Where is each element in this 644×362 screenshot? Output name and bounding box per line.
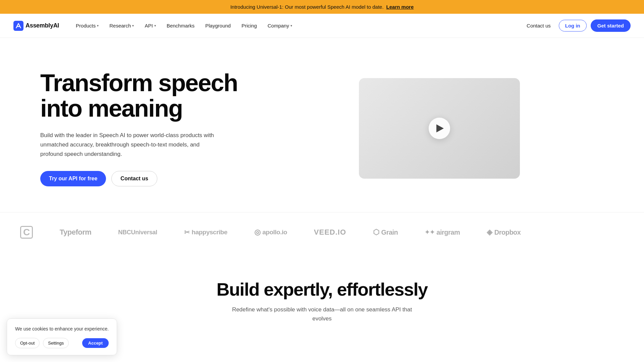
logo-text: AssemblyAI [25,22,59,29]
hero-section: Transform speech into meaning Build with… [0,38,644,212]
logo-happyscribe-text: happyscribe [192,229,227,236]
nav-item-company[interactable]: Company ▾ [263,20,297,31]
logo-item: NBCUniversal [118,229,157,236]
logo-item: ✦✦ airgram [425,229,460,236]
chevron-down-icon: ▾ [97,24,99,27]
nav-benchmarks-label: Benchmarks [167,23,195,28]
nav-item-playground[interactable]: Playground [201,20,235,31]
logo-apollo-text: apollo.io [262,229,287,236]
hero-buttons: Try our API for free Contact us [40,171,241,186]
nav-api-label: API [145,23,153,28]
nav-company-label: Company [268,23,289,28]
nav-item-benchmarks[interactable]: Benchmarks [162,20,199,31]
nav-contact-us-button[interactable]: Contact us [523,20,555,31]
logos-strip: C Typeform NBCUniversal ✂ happyscribe ◎ … [0,212,644,252]
nav-right-actions: Contact us Log in Get started [523,19,631,32]
navigation: AssemblyAI Products ▾ Research ▾ API ▾ B… [0,14,644,38]
logo-airgram-symbol: ✦✦ [425,229,434,236]
hero-right [262,78,617,179]
hero-cta-primary-button[interactable]: Try our API for free [40,171,106,186]
play-icon [436,124,444,132]
hero-video-placeholder [359,78,520,179]
nav-item-products[interactable]: Products ▾ [71,20,103,31]
hero-cta-secondary-button[interactable]: Contact us [111,171,157,186]
logo-grain-text: Grain [381,229,398,236]
nav-get-started-button[interactable]: Get started [591,19,631,32]
logo-airgram-text: airgram [436,229,460,236]
logo-link[interactable]: AssemblyAI [13,21,59,31]
nav-item-api[interactable]: API ▾ [140,20,160,31]
build-section-description: Redefine what's possible with voice data… [228,305,416,323]
logo-item: Typeform [60,228,92,237]
logo-dropbox-symbol: ◈ [487,228,492,237]
chevron-down-icon: ▾ [290,24,292,27]
logo-item: C [20,226,33,239]
nav-research-label: Research [109,23,131,28]
logo-typeform-text: Typeform [60,228,92,237]
chevron-down-icon: ▾ [132,24,134,27]
logo-item: ✂ happyscribe [184,228,227,236]
logo-nbcuniversal-text: NBCUniversal [118,229,157,236]
build-section-title: Build expertly, effortlessly [13,279,631,300]
logo-item: ⬡ Grain [373,228,398,237]
video-play-button[interactable] [429,118,450,139]
banner-text: Introducing Universal-1: Our most powerf… [230,4,384,10]
logo-veed-text: VEED.IO [314,228,346,237]
cookie-opt-out-button[interactable]: Opt-out [15,338,40,343]
logo-c-text: C [20,226,33,239]
logo-grain-symbol: ⬡ [373,228,379,237]
nav-links: Products ▾ Research ▾ API ▾ Benchmarks P… [71,20,523,31]
cookie-settings-button[interactable]: Settings [43,338,69,343]
logo-item: VEED.IO [314,228,346,237]
logos-track: C Typeform NBCUniversal ✂ happyscribe ◎ … [0,226,644,239]
nav-pricing-label: Pricing [241,23,257,28]
assemblyai-logo-icon [13,21,23,31]
nav-login-button[interactable]: Log in [559,20,587,32]
cookie-banner: We use cookies to enhance your experienc… [7,318,117,343]
logo-item: ◈ Dropbox [487,228,521,237]
logo-happyscribe-symbol: ✂ [184,228,190,236]
logo-dropbox-text: Dropbox [494,229,521,236]
nav-playground-label: Playground [205,23,231,28]
hero-left: Transform speech into meaning Build with… [40,70,241,186]
cookie-text: We use cookies to enhance your experienc… [15,325,109,333]
cookie-buttons: Opt-out Settings Accept [15,338,109,343]
nav-item-research[interactable]: Research ▾ [105,20,139,31]
svg-rect-0 [13,21,23,31]
hero-title: Transform speech into meaning [40,70,241,121]
banner-learn-more-link[interactable]: Learn more [386,4,414,10]
logo-apollo-symbol: ◎ [254,228,261,237]
hero-description: Build with the leader in Speech AI to po… [40,131,215,159]
announcement-banner: Introducing Universal-1: Our most powerf… [0,0,644,14]
nav-item-pricing[interactable]: Pricing [237,20,262,31]
logo-item: ◎ apollo.io [254,228,287,237]
chevron-down-icon: ▾ [154,24,156,27]
nav-products-label: Products [76,23,96,28]
cookie-accept-button[interactable]: Accept [82,338,109,343]
